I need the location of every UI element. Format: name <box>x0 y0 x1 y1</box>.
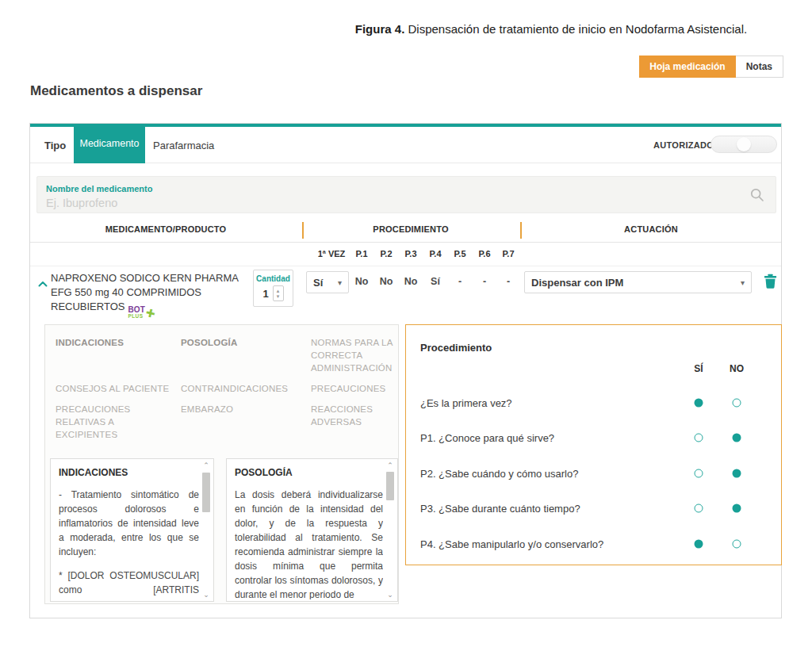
scrollbar-thumb[interactable] <box>202 473 210 512</box>
indicaciones-paragraph: - Tratamiento sintomático de procesos do… <box>59 488 199 559</box>
table-header-row: MEDICAMENTO/PRODUCTO PROCEDIMIENTO ACTUA… <box>30 220 781 243</box>
question-label: P4. ¿Sabe manipularlo y/o conservarlo? <box>420 538 603 550</box>
radio-no[interactable] <box>733 434 741 442</box>
cantidad-label: Cantidad <box>254 274 293 283</box>
search-icon[interactable] <box>749 187 765 206</box>
botplus-logo: BOTPLUS✚ <box>128 307 155 320</box>
radio-si[interactable] <box>695 540 703 549</box>
indicaciones-scrollbar[interactable]: ⌃ ⌄ <box>201 461 211 599</box>
radio-si[interactable] <box>695 399 703 408</box>
info-tab-reacciones-adversas[interactable]: REACCIONES ADVERSAS <box>311 403 399 441</box>
radio-no[interactable] <box>733 469 741 478</box>
col-si: SÍ <box>694 363 703 374</box>
botplus-bot-text: BOT <box>128 307 145 313</box>
info-tab-indicaciones[interactable]: INDICACIONES <box>56 336 178 374</box>
subcol-p4: P.4 <box>429 249 441 258</box>
page-title: Medicamentos a dispensar <box>30 83 202 99</box>
view-tabs: Hoja medicación Notas <box>639 56 783 78</box>
scroll-up-icon[interactable]: ⌃ <box>385 461 395 469</box>
collapse-chevron-icon[interactable] <box>38 276 48 290</box>
figure-caption: Figura 4. Dispensación de tratamiento de… <box>309 22 793 36</box>
subcol-p5: P.5 <box>454 249 465 258</box>
subcol-p3: P.3 <box>404 249 416 258</box>
chevron-down-icon: ▾ <box>338 278 342 287</box>
scrollbar-thumb[interactable] <box>386 472 394 500</box>
tab-hoja-medicacion[interactable]: Hoja medicación <box>639 56 735 78</box>
drug-info-panel: INDICACIONES POSOLOGÍA NORMAS PARA LA CO… <box>44 324 399 604</box>
posologia-scrollbar[interactable]: ⌃ ⌄ <box>385 461 395 599</box>
indicaciones-title: INDICACIONES <box>59 467 199 478</box>
procedure-value-p1: No <box>355 276 369 287</box>
actuacion-dropdown[interactable]: Dispensar con IPM ▾ <box>524 271 752 293</box>
info-tab-contraindicaciones[interactable]: CONTRAINDICACIONES <box>181 382 308 395</box>
radio-no[interactable] <box>733 399 741 408</box>
autorizado-label: AUTORIZADO <box>653 127 714 163</box>
primera-vez-value: Sí <box>313 277 323 289</box>
tab-medicamento[interactable]: Medicamento <box>74 124 145 163</box>
procedure-value-p3: No <box>404 276 418 287</box>
autorizado-toggle[interactable] <box>710 136 777 153</box>
indicaciones-box: INDICACIONES - Tratamiento sintomático d… <box>50 458 214 602</box>
quantity-stepper[interactable]: ▴ ▾ <box>273 285 284 301</box>
posologia-title: POSOLOGÍA <box>235 467 383 478</box>
delete-row-button[interactable] <box>764 274 777 292</box>
chevron-down-icon: ▾ <box>741 278 745 287</box>
posologia-content: POSOLOGÍA La dosis deberá individualizar… <box>235 467 383 599</box>
col-no: NO <box>730 363 744 374</box>
figure-caption-text: Dispensación de tratamiento de inicio en… <box>404 22 747 36</box>
question-label: P3. ¿Sabe durante cuánto tiempo? <box>420 503 580 515</box>
posologia-paragraph: La dosis deberá individualizarse en func… <box>235 488 383 599</box>
figure-caption-label: Figura 4. <box>355 22 405 36</box>
procedimiento-panel: Procedimiento SÍ NO ¿Es la primera vez? … <box>405 324 782 565</box>
botplus-plus-text: PLUS <box>128 313 145 320</box>
procedure-value-p2: No <box>380 276 393 287</box>
stepper-down-icon[interactable]: ▾ <box>277 293 280 299</box>
info-tab-embarazo[interactable]: EMBARAZO <box>181 403 308 441</box>
search-label: Nombre del medicamento <box>46 184 152 193</box>
col-procedimiento: PROCEDIMIENTO <box>373 224 448 234</box>
type-tabbar: Tipo Medicamento Parafarmacia AUTORIZADO <box>30 124 781 163</box>
question-label: P2. ¿Sabe cuándo y cómo usarlo? <box>420 468 578 480</box>
radio-no[interactable] <box>733 540 741 549</box>
info-tab-precauciones[interactable]: PRECAUCIONES <box>311 382 399 395</box>
medication-name: NAPROXENO SODICO KERN PHARMA EFG 550 mg … <box>51 271 254 320</box>
scroll-up-icon[interactable]: ⌃ <box>201 461 211 469</box>
primera-vez-dropdown[interactable]: Sí ▾ <box>306 271 349 293</box>
stepper-up-icon[interactable]: ▴ <box>277 288 280 293</box>
scroll-down-icon[interactable]: ⌄ <box>201 591 211 599</box>
header-divider <box>302 222 304 239</box>
indicaciones-paragraph: * [DOLOR OSTEOMUSCULAR] como [ARTRITIS R… <box>59 569 199 599</box>
info-tab-normas-administracion[interactable]: NORMAS PARA LA CORRECTA ADMINISTRACIÓN <box>311 336 399 374</box>
radio-si[interactable] <box>695 434 703 442</box>
procedure-value-p4: Sí <box>431 276 440 287</box>
scroll-down-icon[interactable]: ⌄ <box>385 591 395 599</box>
procedure-value-p5: - <box>458 276 462 287</box>
radio-si[interactable] <box>695 504 703 513</box>
actuacion-value: Dispensar con IPM <box>531 277 623 289</box>
botplus-cross-icon: ✚ <box>145 308 156 319</box>
col-actuacion: ACTUACIÓN <box>624 224 678 234</box>
figure-page: Figura 4. Dispensación de tratamiento de… <box>0 0 812 647</box>
info-tab-precauciones-excipientes[interactable]: PRECAUCIONES RELATIVAS A EXCIPIENTES <box>56 403 178 441</box>
subcol-p2: P.2 <box>380 249 392 258</box>
medication-search-field[interactable]: Nombre del medicamento Ej. Ibuprofeno <box>36 176 776 213</box>
radio-no[interactable] <box>733 504 741 513</box>
tab-parafarmacia[interactable]: Parafarmacia <box>153 127 214 163</box>
question-label: P1. ¿Conoce para qué sirve? <box>420 432 554 444</box>
question-label: ¿Es la primera vez? <box>420 397 512 409</box>
radio-si[interactable] <box>695 469 703 478</box>
info-tab-posologia[interactable]: POSOLOGÍA <box>181 336 308 374</box>
search-input[interactable]: Ej. Ibuprofeno <box>46 197 117 209</box>
posologia-box: POSOLOGÍA La dosis deberá individualizar… <box>226 458 398 602</box>
info-tab-consejos-paciente[interactable]: CONSEJOS AL PACIENTE <box>56 382 178 395</box>
procedimiento-title: Procedimiento <box>420 342 492 354</box>
subcol-p6: P.6 <box>478 249 490 258</box>
medication-row: NAPROXENO SODICO KERN PHARMA EFG 550 mg … <box>30 266 781 324</box>
cantidad-box: Cantidad 1 ▴ ▾ <box>253 270 293 307</box>
col-medicamento-producto: MEDICAMENTO/PRODUCTO <box>105 224 227 234</box>
header-divider <box>520 222 522 239</box>
procedure-value-p7: - <box>507 276 510 287</box>
info-tabs-grid: INDICACIONES POSOLOGÍA NORMAS PARA LA CO… <box>56 336 393 441</box>
tab-notas[interactable]: Notas <box>736 56 783 78</box>
subcol-primera-vez: 1ª VEZ <box>318 249 346 258</box>
